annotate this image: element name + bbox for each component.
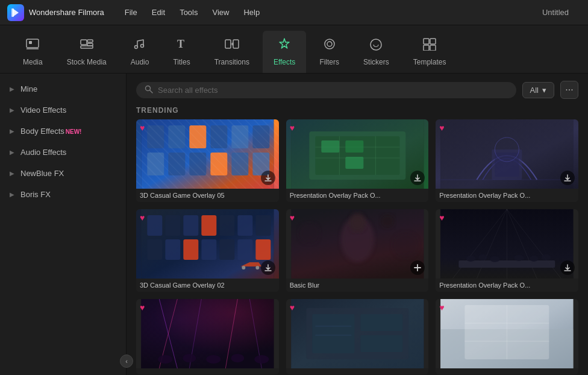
svg-text:T: T (177, 38, 184, 50)
menu-view[interactable]: View (206, 5, 235, 19)
tab-titles-label: Titles (173, 58, 190, 66)
svg-point-16 (327, 42, 332, 46)
heart-icon: ♥ (290, 303, 295, 312)
sidebar-newblue-fx-label: NewBlue FX (20, 169, 116, 178)
chevron-body-effects-icon: ▶ (10, 128, 14, 134)
effect-card-concert[interactable]: ♥ Presentation Overlay Pack O... (436, 209, 578, 292)
svg-rect-68 (183, 239, 198, 260)
svg-rect-23 (141, 119, 274, 189)
tab-templates[interactable]: Templates (402, 31, 457, 73)
section-trending: TRENDING (127, 105, 588, 119)
svg-point-79 (349, 213, 366, 232)
effect-card-pres03[interactable]: ♥ (286, 299, 429, 374)
sidebar-item-audio-effects[interactable]: ▶ Audio Effects (0, 142, 126, 163)
svg-rect-29 (231, 125, 248, 148)
download-icon-game02[interactable] (261, 260, 275, 275)
tab-filters-label: Filters (319, 58, 339, 66)
sidebar-item-body-effects[interactable]: ▶ Body EffectsNEW! (0, 121, 126, 142)
heart-icon: ♥ (290, 123, 295, 133)
download-icon-pres02[interactable] (560, 171, 575, 185)
chevron-mine-icon: ▶ (10, 86, 14, 92)
tab-stock-media[interactable]: Stock Media (56, 31, 117, 73)
download-icon-game05[interactable] (261, 171, 275, 185)
menu-file[interactable]: File (119, 5, 143, 19)
svg-point-96 (514, 255, 524, 261)
tab-filters[interactable]: Filters (308, 31, 350, 73)
tab-stickers[interactable]: Stickers (352, 31, 400, 73)
sidebar-item-boris-fx[interactable]: ▶ Boris FX (0, 184, 126, 205)
effect-card-pres04[interactable]: ♥ (436, 299, 578, 374)
svg-point-15 (325, 39, 334, 49)
heart-icon: ♥ (290, 213, 295, 222)
effect-card-pres02[interactable]: ♥ Presentation Overlay Pack O... (436, 119, 578, 202)
heart-icon: ♥ (439, 123, 444, 133)
filter-dropdown[interactable]: All ▾ (522, 82, 554, 98)
svg-rect-13 (233, 40, 239, 48)
svg-rect-2 (27, 39, 39, 48)
effect-card-game02[interactable]: ♥ 3D Casual Game Overlay 02 (136, 209, 279, 292)
svg-point-9 (135, 46, 138, 49)
sidebar: ▶ Mine ▶ Video Effects ▶ Body EffectsNEW… (0, 74, 127, 375)
chevron-audio-effects-icon: ▶ (10, 149, 14, 156)
effect-card-game05[interactable]: ♥ 3D Casual Game Overlay 05 (136, 119, 279, 202)
tab-stickers-label: Stickers (363, 58, 389, 66)
svg-rect-20 (430, 45, 436, 51)
app-name: Wondershare Filmora (29, 8, 104, 17)
tab-audio-label: Audio (131, 58, 149, 66)
sidebar-boris-fx-label: Boris FX (20, 190, 116, 199)
tab-stock-media-label: Stock Media (67, 58, 107, 66)
svg-point-112 (254, 355, 269, 364)
collapse-sidebar-button[interactable]: ‹ (120, 355, 133, 368)
menu-edit[interactable]: Edit (146, 5, 171, 19)
tab-audio[interactable]: Audio (120, 31, 160, 73)
stickers-icon (369, 37, 383, 54)
effect-label-pres02: Presentation Overlay Pack O... (436, 189, 578, 202)
svg-rect-47 (345, 140, 363, 153)
sidebar-item-video-effects[interactable]: ▶ Video Effects (0, 99, 126, 121)
titles-icon: T (175, 37, 189, 54)
sidebar-item-newblue-fx[interactable]: ▶ NewBlue FX (0, 163, 126, 184)
effect-card-pres01[interactable]: ♥ Presentation Overlay Pack O... (286, 119, 429, 202)
effects-row-2: ♥ 3D Casual Game Overlay 02 (136, 209, 578, 292)
svg-point-98 (542, 254, 551, 260)
svg-point-111 (231, 354, 244, 362)
toolbar: Media Stock Media Audio T Titles Transit… (0, 25, 588, 74)
effect-card-stage[interactable]: ♥ (136, 299, 279, 374)
tab-transitions[interactable]: Transitions (204, 31, 260, 73)
window-title: Untitled (542, 8, 569, 17)
svg-rect-8 (81, 46, 93, 48)
search-input[interactable] (158, 86, 508, 95)
effects-row-3: ♥ (136, 299, 578, 374)
more-options-button[interactable]: ··· (560, 81, 578, 99)
sidebar-item-mine[interactable]: ▶ Mine (0, 78, 126, 99)
effect-label-pres03 (286, 368, 429, 374)
effect-label-stage (136, 368, 279, 374)
svg-point-74 (255, 266, 259, 269)
transitions-icon (225, 37, 239, 54)
effect-card-basic-blur[interactable]: ♥ Basic Blur (286, 209, 429, 292)
tab-titles[interactable]: T Titles (162, 31, 201, 73)
svg-rect-5 (81, 40, 87, 45)
svg-point-81 (392, 232, 419, 259)
content-panel: All ▾ ··· TRENDING (127, 74, 588, 375)
filter-label: All (530, 86, 539, 95)
menu-tools[interactable]: Tools (174, 5, 204, 19)
sidebar-body-effects-label: Body EffectsNEW! (20, 127, 116, 136)
chevron-down-icon: ▾ (542, 86, 546, 95)
menu-bar: Wondershare Filmora File Edit Tools View… (0, 0, 588, 25)
tab-media[interactable]: Media (12, 31, 54, 73)
svg-rect-92 (459, 260, 555, 268)
menu-help[interactable]: Help (237, 5, 266, 19)
svg-rect-35 (231, 153, 248, 175)
tab-effects[interactable]: Effects (263, 31, 306, 73)
svg-rect-30 (252, 125, 269, 148)
svg-rect-64 (237, 215, 252, 236)
tab-media-label: Media (23, 58, 43, 66)
app-logo: Wondershare Filmora (7, 4, 104, 21)
download-icon-concert[interactable] (560, 260, 575, 275)
svg-marker-14 (280, 39, 289, 48)
svg-point-10 (141, 45, 144, 48)
heart-icon: ♥ (140, 123, 145, 133)
effect-label-concert: Presentation Overlay Pack O... (436, 279, 578, 292)
filters-icon (322, 37, 337, 54)
